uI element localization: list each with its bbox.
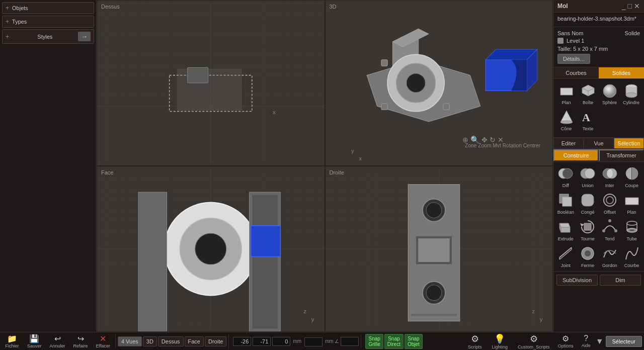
svg-text:x: x	[273, 109, 276, 115]
tab-selection[interactable]: Sélection	[614, 138, 644, 149]
shape-cone[interactable]: Cône	[556, 108, 576, 132]
view-tab-3d[interactable]: 3D	[143, 336, 157, 346]
angle-label: mm ∠	[325, 338, 339, 344]
tool-boolean[interactable]: Booléan	[555, 191, 576, 216]
subdivision-button[interactable]: SubDivision	[556, 275, 598, 286]
tool-coupe[interactable]: Coupe	[621, 164, 642, 189]
tool-courbe[interactable]: Courbe	[621, 244, 642, 269]
tab-solides[interactable]: Solides	[599, 67, 644, 78]
sidebar-item-types[interactable]: + Types	[2, 16, 94, 28]
undo-icon: ↩	[54, 334, 61, 343]
lighting-tool[interactable]: 💡 Lighting	[489, 332, 511, 351]
sidebar-item-objets[interactable]: + Objets	[2, 2, 94, 14]
d-coord[interactable]	[304, 337, 323, 346]
options-tool[interactable]: ⚙ Options	[555, 333, 577, 349]
tool-inter[interactable]: Inter	[600, 164, 620, 189]
viewports-container: Dessus y x	[97, 0, 553, 332]
tend-label: Tend	[605, 236, 615, 241]
z-coord[interactable]	[272, 337, 290, 346]
tab-courbes[interactable]: Courbes	[553, 67, 599, 78]
lighting-icon: 💡	[494, 333, 505, 344]
annuler-button[interactable]: ↩ Annuler	[47, 333, 68, 349]
plan2-icon	[623, 192, 640, 209]
tab-vue[interactable]: Vue	[584, 138, 614, 149]
tool-ferme[interactable]: Ferme	[578, 244, 598, 269]
options-label: Options	[558, 343, 574, 348]
snap-grille-button[interactable]: SnapGrille	[365, 334, 383, 349]
styles-arrow-button[interactable]: →	[78, 32, 91, 41]
custom-scripts-tool[interactable]: ⚙ Custom_Scripts	[515, 332, 553, 351]
dim-button[interactable]: Dim	[600, 275, 641, 286]
svg-point-69	[562, 168, 573, 179]
tab-editer[interactable]: Editer	[553, 138, 584, 149]
conge-label: Congé	[581, 210, 595, 215]
sidebar-item-styles[interactable]: + Styles →	[2, 29, 94, 44]
svg-text:y: y	[351, 148, 354, 154]
view-tab-face[interactable]: Face	[185, 336, 204, 346]
gordon-label: Gordon	[602, 263, 617, 268]
shape-cylindre[interactable]: Cylindre	[621, 82, 641, 106]
tool-conge[interactable]: Congé	[578, 191, 598, 216]
tab-transformer[interactable]: Transformer	[599, 149, 644, 161]
joint-label: Joint	[561, 263, 571, 268]
shape-texte[interactable]: A Texte	[578, 108, 598, 132]
selector-button[interactable]: Sélecteur	[606, 336, 642, 347]
sauver-button[interactable]: 💾 Sauver	[24, 333, 45, 349]
effacer-button[interactable]: ✕ Effacer	[93, 333, 113, 349]
texte-icon: A	[580, 109, 596, 125]
view-tab-4vues[interactable]: 4 Vues	[118, 336, 142, 346]
viewport-3d[interactable]: 3D	[325, 0, 553, 166]
scripts-tool[interactable]: ⚙ Scripts	[465, 332, 485, 351]
aide-tool[interactable]: ? Aide	[579, 333, 594, 349]
boite-label: Boîte	[583, 100, 593, 105]
x-coord[interactable]	[233, 337, 251, 346]
tool-tourne[interactable]: Tourne	[578, 217, 598, 242]
bottom-bar: 📁 Fichier 💾 Sauver ↩ Annuler ↪ Refaire ✕…	[0, 332, 644, 350]
ferme-label: Ferme	[581, 263, 594, 268]
tool-union[interactable]: Union	[578, 164, 598, 189]
fichier-button[interactable]: 📁 Fichier	[2, 333, 22, 349]
delete-icon: ✕	[100, 334, 106, 343]
tab-construire[interactable]: Construire	[553, 149, 599, 161]
viewport-svg-face: z y	[97, 166, 325, 331]
tool-offset[interactable]: Offset	[600, 191, 620, 216]
tool-gordon[interactable]: Gordon	[600, 244, 620, 269]
shape-sphere[interactable]: Sphère	[600, 82, 619, 106]
svg-rect-82	[561, 227, 570, 232]
snap-objet-button[interactable]: SnapObjet	[405, 334, 423, 349]
angle-val[interactable]	[341, 337, 359, 346]
app-container: + Objets + Types + Styles → Dessus	[0, 0, 644, 350]
svg-point-49	[426, 285, 442, 301]
tool-tube[interactable]: Tube	[621, 217, 642, 242]
refaire-button[interactable]: ↪ Refaire	[70, 333, 91, 349]
y-coord[interactable]	[253, 337, 271, 346]
viewport-droite[interactable]: Droite z y	[325, 166, 553, 332]
view-tab-dessus[interactable]: Dessus	[158, 336, 184, 346]
tool-extrude[interactable]: Extrude	[555, 217, 576, 242]
tools-grid: Diff Union	[553, 162, 644, 272]
tool-tend[interactable]: Tend	[600, 217, 620, 242]
view-tabs: 4 Vues 3D Dessus Face Droite	[118, 336, 226, 346]
svg-rect-86	[584, 223, 591, 230]
view-tab-droite[interactable]: Droite	[205, 336, 226, 346]
chevron-down-icon[interactable]: ▼	[596, 337, 604, 346]
details-button[interactable]: Détails...	[557, 54, 590, 64]
shape-plan[interactable]: Plan	[556, 82, 576, 106]
tool-plan2[interactable]: Plan	[621, 191, 642, 216]
shape-boite[interactable]: Boîte	[578, 82, 598, 106]
level-label: Level 1	[567, 38, 584, 44]
tourne-label: Tourne	[581, 236, 595, 241]
boolean-label: Booléan	[557, 210, 574, 215]
svg-rect-38	[138, 192, 167, 331]
tool-diff[interactable]: Diff	[555, 164, 576, 189]
close-button[interactable]: ✕	[634, 2, 640, 10]
viewport-label-dessus: Dessus	[101, 4, 120, 10]
maximize-button[interactable]: □	[628, 2, 632, 10]
viewport-face[interactable]: Face z y	[97, 166, 325, 332]
viewport-dessus[interactable]: Dessus y x	[97, 0, 325, 166]
snap-direct-button[interactable]: SnapDirect	[384, 334, 404, 349]
svg-rect-53	[411, 316, 457, 317]
viewport-label-droite: Droite	[330, 169, 344, 176]
tool-joint[interactable]: Joint	[555, 244, 576, 269]
minimize-button[interactable]: _	[622, 2, 626, 10]
